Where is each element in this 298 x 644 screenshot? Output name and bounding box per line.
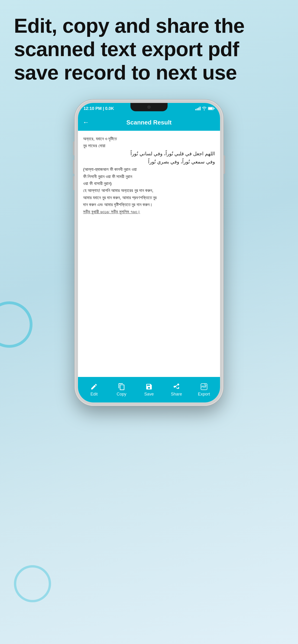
text-line-6: হে আল্লাহ! আপনি আমার অন্তরের নুর দান করু… (83, 187, 215, 194)
wifi-icon (202, 107, 207, 110)
svg-rect-5 (208, 108, 213, 110)
svg-text:PDF: PDF (201, 385, 207, 388)
export-label: Export (198, 392, 210, 397)
phone-wrapper: 12:10 PM | 0.0K (75, 100, 223, 406)
save-button[interactable]: Save (140, 383, 158, 397)
deco-circle-left (0, 301, 33, 348)
notch-camera (147, 106, 151, 109)
back-button[interactable]: ← (83, 119, 89, 126)
text-line-7: আমার যবানে নুর দান করুন, আমার শ্রবণশক্তি… (83, 194, 215, 201)
text-line-5: ওয়া ফী বাসারী নুরান) (83, 180, 215, 187)
edit-label: Edit (91, 392, 98, 397)
headline: Edit, copy and share the scanned text ex… (14, 14, 284, 84)
text-line-9: সহীহ বুখারী ৬৩১৬; সহীহ মুসলিম ৭৬৩। (83, 208, 215, 215)
text-line-4: ফী লিসানী নুরান ওয়া ফী সাময়ী নুরান (83, 173, 215, 180)
save-icon (145, 383, 153, 390)
copy-button[interactable]: Copy (112, 383, 131, 397)
svg-rect-3 (200, 107, 200, 110)
deco-circle-bottom (14, 565, 51, 602)
share-icon (173, 383, 180, 390)
battery-icon (208, 107, 214, 110)
share-label: Share (171, 392, 182, 397)
content-area: অন্তরে, যবানে ও দৃষ্টিতে নুর লাভের দোয়া… (78, 131, 220, 377)
export-button[interactable]: PDF Export (195, 383, 213, 397)
text-line-8: দান করুন এবং আমার দৃষ্টিশক্তিতে নুর দান … (83, 201, 215, 208)
text-line-1: অন্তরে, যবানে ও দৃষ্টিতে (83, 136, 215, 142)
phone-frame: 12:10 PM | 0.0K (75, 100, 223, 406)
status-time: 12:10 PM | 0.0K (84, 106, 114, 111)
arabic-line-2: وفي سمعي نُوراً، وفي بصري نُوراً (83, 158, 215, 166)
copy-icon (118, 383, 125, 390)
phone-notch (130, 103, 168, 111)
top-bar: ← Scanned Result (78, 114, 220, 131)
edit-icon (90, 383, 98, 390)
svg-rect-6 (213, 108, 214, 109)
text-line-3: (আল্লা-হুমাজআল ফী কালবী নুরান ওয়া (83, 166, 215, 173)
share-button[interactable]: Share (167, 383, 186, 397)
signal-icon (195, 107, 200, 110)
copy-label: Copy (117, 392, 127, 397)
edit-button[interactable]: Edit (85, 383, 103, 397)
scanned-text: অন্তরে, যবানে ও দৃষ্টিতে নুর লাভের দোয়া… (83, 136, 215, 215)
status-icons (195, 107, 214, 110)
svg-rect-1 (197, 108, 198, 110)
phone-screen: 12:10 PM | 0.0K (78, 103, 220, 402)
bottom-toolbar: Edit Copy Save (78, 377, 220, 402)
arabic-line-1: اللهم اجعل في قلبي نُوراً، وفي لساني نُو… (83, 150, 215, 158)
svg-rect-0 (195, 109, 196, 110)
save-label: Save (144, 392, 154, 397)
export-pdf-icon: PDF (200, 383, 208, 390)
svg-rect-2 (198, 108, 199, 110)
page-title: Scanned Result (93, 119, 205, 126)
text-line-2: নুর লাভের দোয়া (83, 142, 215, 149)
